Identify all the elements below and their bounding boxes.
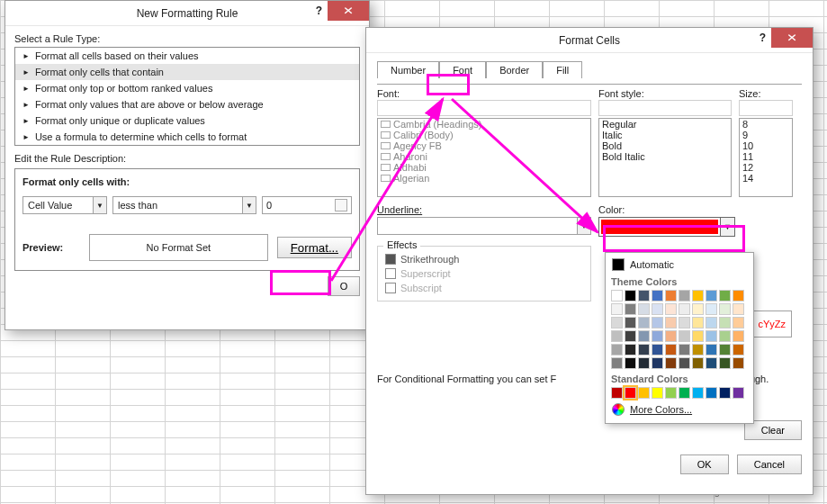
rule-type-list[interactable]: ►Format all cells based on their values …: [14, 47, 360, 146]
color-swatch[interactable]: [652, 387, 663, 399]
font-name-input[interactable]: [377, 100, 591, 116]
color-swatch[interactable]: [692, 290, 704, 302]
color-swatch[interactable]: [611, 357, 623, 369]
color-swatch[interactable]: [638, 344, 650, 356]
color-swatch[interactable]: [733, 290, 744, 302]
rule-type-item[interactable]: ►Format only values that are above or be…: [15, 96, 359, 112]
color-swatch[interactable]: [652, 330, 663, 342]
font-list[interactable]: Cambria (Headings) Calibri (Body) Agency…: [377, 118, 591, 197]
color-swatch[interactable]: [638, 387, 650, 399]
color-swatch[interactable]: [638, 303, 650, 315]
tab-border[interactable]: Border: [486, 61, 543, 78]
rule-type-item[interactable]: ►Use a formula to determine which cells …: [15, 129, 359, 145]
color-swatch[interactable]: [665, 330, 677, 342]
font-style-list[interactable]: Regular Italic Bold Bold Italic: [598, 118, 732, 197]
font-color-select[interactable]: ▼: [598, 217, 735, 237]
color-swatch[interactable]: [611, 290, 623, 302]
color-swatch[interactable]: [652, 357, 663, 369]
color-swatch[interactable]: [611, 303, 623, 315]
color-swatch[interactable]: [719, 303, 731, 315]
color-swatch[interactable]: [625, 317, 636, 328]
color-swatch[interactable]: [733, 357, 744, 369]
color-swatch[interactable]: [733, 344, 744, 356]
color-swatch[interactable]: [652, 303, 663, 315]
color-swatch[interactable]: [611, 317, 623, 328]
color-swatch[interactable]: [679, 317, 690, 328]
color-swatch[interactable]: [638, 290, 650, 302]
color-swatch[interactable]: [625, 387, 636, 399]
color-swatch[interactable]: [692, 357, 704, 369]
tab-font[interactable]: Font: [439, 61, 486, 78]
color-swatch[interactable]: [719, 344, 731, 356]
rule-type-item[interactable]: ►Format only top or bottom ranked values: [15, 80, 359, 96]
underline-select[interactable]: ▼: [377, 217, 591, 235]
color-swatch[interactable]: [611, 344, 623, 356]
color-swatch[interactable]: [706, 330, 717, 342]
color-swatch[interactable]: [679, 303, 690, 315]
strikethrough-checkbox[interactable]: Strikethrough: [385, 252, 583, 266]
rule-type-item[interactable]: ►Format only cells that contain: [15, 64, 359, 80]
color-swatch[interactable]: [679, 330, 690, 342]
color-swatch[interactable]: [611, 330, 623, 342]
color-swatch[interactable]: [692, 387, 704, 399]
cancel-button[interactable]: Cancel: [737, 454, 802, 474]
color-swatch[interactable]: [679, 357, 690, 369]
close-button[interactable]: ✕: [771, 28, 813, 48]
color-swatch[interactable]: [665, 387, 677, 399]
color-swatch[interactable]: [733, 317, 744, 328]
color-swatch[interactable]: [665, 303, 677, 315]
color-swatch[interactable]: [625, 290, 636, 302]
color-swatch[interactable]: [638, 330, 650, 342]
color-swatch[interactable]: [638, 317, 650, 328]
range-picker-icon[interactable]: [335, 199, 347, 212]
color-swatch[interactable]: [692, 344, 704, 356]
color-swatch[interactable]: [733, 330, 744, 342]
color-swatch[interactable]: [638, 357, 650, 369]
size-list[interactable]: 8 9 10 11 12 14: [739, 118, 793, 197]
color-swatch[interactable]: [706, 290, 717, 302]
color-swatch[interactable]: [665, 290, 677, 302]
ok-button-clipped[interactable]: O: [328, 276, 360, 296]
ok-button[interactable]: OK: [680, 454, 729, 474]
color-swatch[interactable]: [679, 290, 690, 302]
automatic-color[interactable]: Automatic: [609, 256, 750, 273]
color-dropdown-popup[interactable]: Automatic Theme Colors Standard Colors M…: [605, 252, 754, 424]
titlebar[interactable]: Format Cells ? ✕: [366, 28, 813, 53]
color-swatch[interactable]: [706, 357, 717, 369]
color-swatch[interactable]: [692, 330, 704, 342]
color-swatch[interactable]: [733, 387, 744, 399]
color-swatch[interactable]: [719, 387, 731, 399]
color-swatch[interactable]: [733, 303, 744, 315]
color-swatch[interactable]: [719, 330, 731, 342]
color-swatch[interactable]: [706, 303, 717, 315]
rule-type-item[interactable]: ►Format only unique or duplicate values: [15, 112, 359, 129]
color-swatch[interactable]: [625, 357, 636, 369]
color-swatch[interactable]: [692, 317, 704, 328]
color-swatch[interactable]: [719, 290, 731, 302]
font-style-input[interactable]: [598, 100, 732, 116]
format-button[interactable]: Format...: [277, 237, 352, 258]
help-icon[interactable]: ?: [316, 4, 322, 17]
color-swatch[interactable]: [625, 330, 636, 342]
color-swatch[interactable]: [652, 317, 663, 328]
color-swatch[interactable]: [665, 357, 677, 369]
color-swatch[interactable]: [706, 344, 717, 356]
color-swatch[interactable]: [692, 303, 704, 315]
color-swatch[interactable]: [625, 303, 636, 315]
color-swatch[interactable]: [611, 387, 623, 399]
color-swatch[interactable]: [719, 357, 731, 369]
color-swatch[interactable]: [665, 344, 677, 356]
condition-target-select[interactable]: Cell Value▼: [22, 196, 107, 214]
condition-operator-select[interactable]: less than▼: [112, 196, 256, 214]
color-swatch[interactable]: [679, 387, 690, 399]
rule-type-item[interactable]: ►Format all cells based on their values: [15, 48, 359, 64]
close-button[interactable]: ✕: [328, 1, 369, 21]
color-swatch[interactable]: [625, 344, 636, 356]
color-swatch[interactable]: [652, 290, 663, 302]
color-swatch[interactable]: [706, 317, 717, 328]
size-input[interactable]: [739, 100, 793, 116]
color-swatch[interactable]: [679, 344, 690, 356]
color-swatch[interactable]: [706, 387, 717, 399]
help-icon[interactable]: ?: [760, 32, 766, 44]
color-swatch[interactable]: [652, 344, 663, 356]
